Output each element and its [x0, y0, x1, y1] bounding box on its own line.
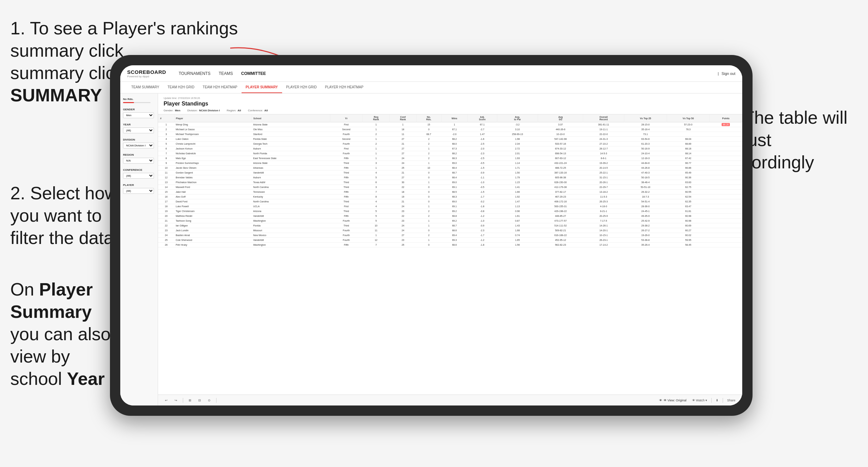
view-original-btn[interactable]: 👁 👁 View: Original — [659, 399, 687, 402]
col-yr: Yr — [330, 114, 363, 122]
division-select[interactable]: NCAA Division I — [123, 143, 154, 148]
subnav-player-h2h-grid[interactable]: PLAYER H2H GRID — [282, 82, 321, 93]
gender-select[interactable]: Men Women — [123, 112, 154, 118]
cell-18-6: 2 — [416, 209, 441, 214]
table-row: 18Luke PowellUCLAFirst424169.1-1.81.1350… — [158, 204, 742, 209]
cell-18-4: 5 — [363, 209, 389, 214]
cell-10-6: 0 — [416, 170, 441, 175]
cell-10-4: 4 — [363, 170, 389, 175]
region-filter-display: Region: All — [227, 109, 241, 112]
download-btn[interactable]: ⬇ — [714, 398, 720, 403]
cell-0-1: Wenyi Ding — [174, 122, 252, 127]
cell-22-9: 1.68 — [497, 228, 538, 233]
cell-8-12: 44-64-6 — [624, 161, 667, 166]
paste-btn[interactable]: ⊟ — [197, 398, 202, 403]
cell-14-10: 377-82-17 — [538, 190, 583, 194]
cell-24-5: 23 — [389, 238, 416, 243]
cell-18-1: Tiger Christensen — [174, 209, 252, 214]
cell-0-4: 1 — [363, 122, 389, 127]
no-rds-label: No Rds. — [123, 98, 155, 101]
cell-10-5: 21 — [389, 170, 416, 175]
nav-teams[interactable]: TEAMS — [219, 70, 233, 77]
year-bold: Year — [67, 369, 105, 389]
col-adj: Adj.Score — [468, 114, 497, 122]
table-row: 15Jake HallTennesseeFifth718068.5-1.51.6… — [158, 190, 742, 194]
cell-8-2: Arizona State — [252, 161, 330, 166]
subnav-team-h2h-heatmap[interactable]: TEAM H2H HEATMAP — [199, 82, 242, 93]
cell-24-13: 59.95 — [667, 238, 710, 243]
cell-14-13: 60.55 — [667, 190, 710, 194]
bottom-toolbar: ↩ ↪ ⊞ ⊟ ⊙ 👁 👁 View: Original 👁 Watch ▾ — [158, 394, 742, 405]
cell-16-0: 17 — [158, 199, 174, 204]
cell-9-9: 1.71 — [497, 166, 538, 170]
sub-nav: TEAM SUMMARY TEAM H2H GRID TEAM H2H HEAT… — [120, 82, 742, 93]
cell-7-5: 24 — [389, 156, 416, 161]
cell-16-6: 0 — [416, 199, 441, 204]
cell-5-12: 50-16-9 — [624, 146, 667, 151]
watch-btn[interactable]: 👁 Watch ▾ — [691, 398, 709, 403]
cell-4-4: 2 — [363, 142, 389, 146]
cell-18-8: -0.8 — [468, 209, 497, 214]
no-rds-slider[interactable] — [123, 102, 155, 103]
copy-btn[interactable]: ⊞ — [187, 398, 193, 403]
cell-18-3: Third — [330, 209, 363, 214]
subnav-team-h2h-grid[interactable]: TEAM H2H GRID — [164, 82, 199, 93]
cell-1-7: 67.1 — [441, 127, 468, 132]
subnav-player-summary[interactable]: PLAYER SUMMARY — [242, 82, 282, 93]
nav-tournaments[interactable]: TOURNAMENTS — [179, 70, 210, 77]
region-select[interactable]: N/A All — [123, 158, 154, 164]
cell-8-1: Preston Summerhays — [174, 161, 252, 166]
cell-12-9: 1.15 — [497, 180, 538, 185]
undo-btn[interactable]: ↩ — [164, 398, 169, 403]
table-row: 1Wenyi DingArizona StateFirst1115167.1-3… — [158, 122, 742, 127]
col-points: Points — [710, 114, 742, 122]
year-select[interactable]: (All) First Second Third Fourth Fifth — [123, 127, 154, 133]
cell-19-3: Fifth — [330, 214, 363, 219]
cell-13-5: 22 — [389, 185, 416, 190]
cell-17-6: 1 — [416, 204, 441, 209]
player-select[interactable]: (All) — [123, 188, 154, 194]
cell-20-6: 1 — [416, 219, 441, 223]
cell-6-1: Nicholas Gabrelcik — [174, 151, 252, 156]
cell-5-1: Jackson Koivun — [174, 146, 252, 151]
cell-6-3: Fourth — [330, 151, 363, 156]
redo-btn[interactable]: ↪ — [173, 398, 179, 403]
cell-6-11: 14-5-3 — [583, 151, 624, 156]
cell-11-5: 27 — [389, 175, 416, 180]
cell-23-5: 27 — [389, 233, 416, 238]
cell-25-10: 562-82-23 — [538, 243, 583, 247]
table-row: 12Brendan ValdesAuburnFifth527068.4-1.11… — [158, 175, 742, 180]
table-row: 19Tiger ChristensenArizonaThird523269.2-… — [158, 209, 742, 214]
subnav-team-summary[interactable]: TEAM SUMMARY — [127, 82, 164, 93]
cell-21-8: -0.9 — [468, 223, 497, 228]
main-content: No Rds. Gender Men Women — [120, 93, 742, 405]
division-filter-value: NCAA Division I — [199, 109, 220, 112]
sign-out-link[interactable]: Sign out — [722, 71, 735, 76]
clock-btn[interactable]: ⊙ — [207, 398, 212, 403]
cell-9-11: 20-14-5 — [583, 166, 624, 170]
cell-3-5: 27 — [389, 137, 416, 142]
col-rank: # — [158, 114, 174, 122]
subnav-player-h2h-heatmap[interactable]: PLAYER H2H HEATMAP — [321, 82, 368, 93]
cell-13-2: North Carolina — [252, 185, 330, 190]
cell-11-4: 5 — [363, 175, 389, 180]
cell-17-0: 18 — [158, 204, 174, 209]
nav-right: | Sign out — [718, 71, 735, 76]
cell-5-6: 1 — [416, 146, 441, 151]
cell-6-0: 7 — [158, 151, 174, 156]
tablet: SCOREBOARD Powered by dippd TOURNAMENTS … — [110, 55, 753, 416]
share-btn[interactable]: Share — [726, 398, 737, 403]
gender-filter-value: Men — [175, 109, 180, 112]
cell-6-12: 24-10-4 — [624, 151, 667, 156]
cell-10-10: 387-133-16 — [538, 170, 583, 175]
nav-committee[interactable]: COMMITTEE — [241, 70, 266, 77]
table-row: 17David FordNorth CarolinaThird421069.0-… — [158, 199, 742, 204]
cell-18-5: 23 — [389, 209, 416, 214]
cell-7-6: 2 — [416, 156, 441, 161]
cell-19-2: Vanderbilt — [252, 214, 330, 219]
player-label: Player — [123, 184, 155, 187]
cell-13-10: 412-179-38 — [538, 185, 583, 190]
cell-8-4: 3 — [363, 161, 389, 166]
division-label: Division — [123, 138, 155, 141]
conference-select[interactable]: (All) — [123, 173, 154, 179]
